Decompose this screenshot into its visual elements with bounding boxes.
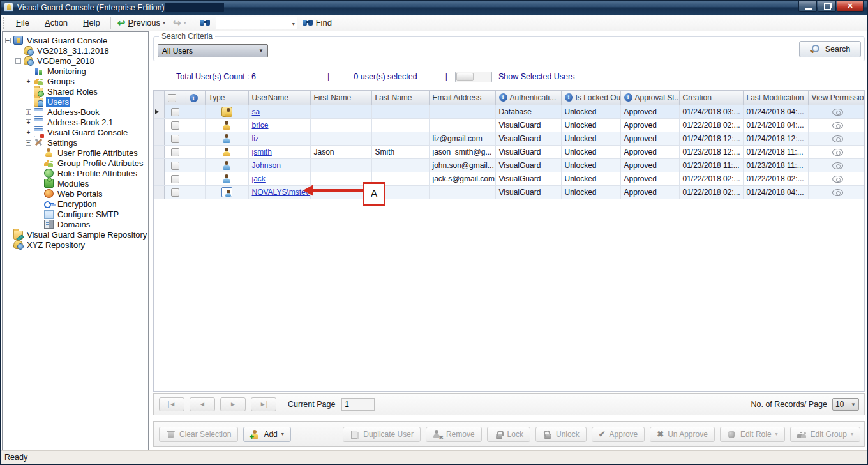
view-permissions-icon[interactable]: [832, 109, 843, 116]
restore-button[interactable]: [818, 1, 836, 12]
expand-icon[interactable]: [26, 130, 31, 135]
table-row[interactable]: brice VisualGuard Unlocked Approved 01/2…: [154, 118, 865, 132]
username-link[interactable]: liz: [252, 134, 259, 143]
select-all-checkbox[interactable]: [168, 94, 176, 102]
view-permissions-icon[interactable]: [832, 162, 843, 169]
tree-item-vgdemo-2018[interactable]: VGDemo_2018: [3, 56, 148, 66]
chevron-down-icon[interactable]: ▾: [281, 431, 284, 437]
table-row[interactable]: jsmith Jason Smith jason_smith@g... Visu…: [154, 145, 865, 158]
last-page-button[interactable]: [251, 397, 276, 411]
tree-item-users[interactable]: Users: [3, 96, 148, 107]
expand-icon[interactable]: [26, 79, 31, 84]
edit-group-button[interactable]: Edit Group ▾: [790, 427, 860, 442]
row-checkbox[interactable]: [171, 188, 179, 197]
tree-item-xyz-repository[interactable]: XYZ Repository: [3, 240, 148, 250]
tree-item-monitoring[interactable]: Monitoring: [3, 66, 148, 76]
column-header-approval-status[interactable]: iApproval St...: [620, 91, 679, 105]
search-button[interactable]: Search: [799, 41, 861, 57]
table-row[interactable]: liz liz@gmail.com VisualGuard Unlocked A…: [154, 132, 865, 145]
chevron-down-icon[interactable]: ▾: [163, 20, 165, 26]
menu-file[interactable]: File: [8, 16, 37, 29]
unlock-button[interactable]: Unlock: [535, 427, 587, 442]
view-permissions-icon[interactable]: [832, 122, 843, 129]
tree-item-configure-smtp[interactable]: Configure SMTP: [3, 209, 148, 219]
tree-item-sample-repository[interactable]: Visual Guard Sample Repository: [3, 229, 148, 240]
find-button[interactable]: Find: [299, 16, 336, 29]
tree-item-vg2018[interactable]: VG2018_31.1.2018: [3, 45, 148, 56]
previous-page-button[interactable]: [190, 397, 215, 411]
column-header-type[interactable]: Type: [205, 91, 248, 105]
tree-item-modules[interactable]: Modules: [3, 178, 148, 188]
tree-item-address-book-21[interactable]: Address-Book 2.1: [3, 117, 148, 127]
duplicate-user-button[interactable]: Duplicate User: [343, 427, 421, 442]
expand-icon[interactable]: [26, 109, 31, 115]
next-page-button[interactable]: [220, 397, 246, 411]
row-checkbox[interactable]: [171, 175, 179, 183]
username-link[interactable]: jsmith: [252, 148, 272, 156]
username-link[interactable]: NOVALYS\msteve: [252, 188, 311, 197]
chevron-down-icon[interactable]: ▾: [292, 21, 295, 27]
toggle-thumb[interactable]: [456, 73, 474, 81]
tree-item-group-profile-attributes[interactable]: Group Profile Attributes: [3, 158, 148, 168]
row-checkbox[interactable]: [171, 148, 179, 156]
tree-item-groups[interactable]: Groups: [3, 76, 148, 86]
collapse-icon[interactable]: [15, 58, 21, 64]
column-header-creation[interactable]: Creation: [679, 91, 743, 105]
remove-button[interactable]: Remove: [426, 427, 482, 442]
chevron-down-icon[interactable]: ▾: [851, 431, 853, 437]
select-all-header[interactable]: [164, 91, 186, 105]
table-row[interactable]: NOVALYS\msteve VisualGuard Unlocked Appr…: [154, 185, 865, 199]
table-row[interactable]: jack jack.s@gmail.com VisualGuard Unlock…: [154, 172, 865, 185]
username-link[interactable]: sa: [252, 107, 260, 116]
tree-item-visual-guard-console[interactable]: Visual Guard Console: [3, 35, 148, 45]
tree-item-visual-guard-console-app[interactable]: Visual Guard Console: [3, 127, 148, 137]
column-header-first-name[interactable]: First Name: [310, 91, 371, 105]
expand-icon[interactable]: [26, 119, 31, 125]
edit-role-button[interactable]: Edit Role ▾: [720, 427, 785, 442]
user-filter-dropdown[interactable]: All Users ▼: [158, 44, 268, 57]
quick-find-icon-button[interactable]: [196, 17, 214, 28]
username-link[interactable]: Johnson: [252, 161, 281, 170]
lock-button[interactable]: Lock: [487, 427, 530, 442]
column-header-username[interactable]: UserName: [248, 91, 310, 105]
menu-action[interactable]: Action: [37, 16, 75, 29]
column-header-view-permissions[interactable]: View Permissions: [808, 91, 865, 105]
tree-item-shared-roles[interactable]: Shared Roles: [3, 86, 148, 96]
clear-selection-button[interactable]: Clear Selection: [159, 427, 238, 442]
row-checkbox[interactable]: [171, 135, 179, 143]
username-link[interactable]: jack: [252, 174, 266, 183]
add-button[interactable]: Add ▾: [243, 427, 290, 442]
column-header-last-name[interactable]: Last Name: [371, 91, 429, 105]
tree-item-user-profile-attributes[interactable]: User Profile Attributes: [3, 148, 148, 158]
column-header-authentication[interactable]: iAuthenticati...: [495, 91, 561, 105]
column-header-last-modification[interactable]: Last Modification: [743, 91, 808, 105]
current-page-input[interactable]: [341, 398, 375, 411]
column-header-is-locked-out[interactable]: iIs Locked Out: [561, 91, 620, 105]
info-column-header[interactable]: i: [186, 91, 205, 105]
un-approve-button[interactable]: ✖ Un Approve: [650, 427, 715, 442]
menu-help[interactable]: Help: [75, 16, 108, 29]
view-permissions-icon[interactable]: [832, 149, 843, 156]
view-permissions-icon[interactable]: [832, 135, 843, 142]
view-permissions-icon[interactable]: [832, 176, 843, 183]
approve-button[interactable]: ✔ Approve: [592, 427, 645, 442]
close-button[interactable]: ✕: [837, 1, 864, 12]
find-combobox[interactable]: ▾: [216, 17, 297, 29]
tree-item-settings[interactable]: Settings: [3, 137, 148, 148]
row-checkbox[interactable]: [171, 108, 179, 116]
first-page-button[interactable]: [159, 397, 184, 411]
table-row[interactable]: sa Database Unlocked Approved 01/24/2018…: [154, 105, 865, 118]
tree-item-encryption[interactable]: Encryption: [3, 199, 148, 209]
view-permissions-icon[interactable]: [832, 189, 843, 196]
table-row[interactable]: Johnson john.son@gmail... VisualGuard Un…: [154, 158, 865, 172]
records-per-page-select[interactable]: 10 ▼: [832, 398, 859, 411]
tree-item-domains[interactable]: Domains: [3, 219, 148, 229]
minimize-button[interactable]: [798, 1, 817, 12]
collapse-icon[interactable]: [26, 140, 31, 146]
collapse-icon[interactable]: [5, 38, 11, 43]
tree-item-role-profile-attributes[interactable]: Role Profile Attributes: [3, 168, 148, 178]
username-link[interactable]: brice: [252, 121, 269, 130]
row-checkbox[interactable]: [171, 121, 179, 130]
row-checkbox[interactable]: [171, 162, 179, 170]
show-selected-toggle[interactable]: [455, 72, 492, 82]
